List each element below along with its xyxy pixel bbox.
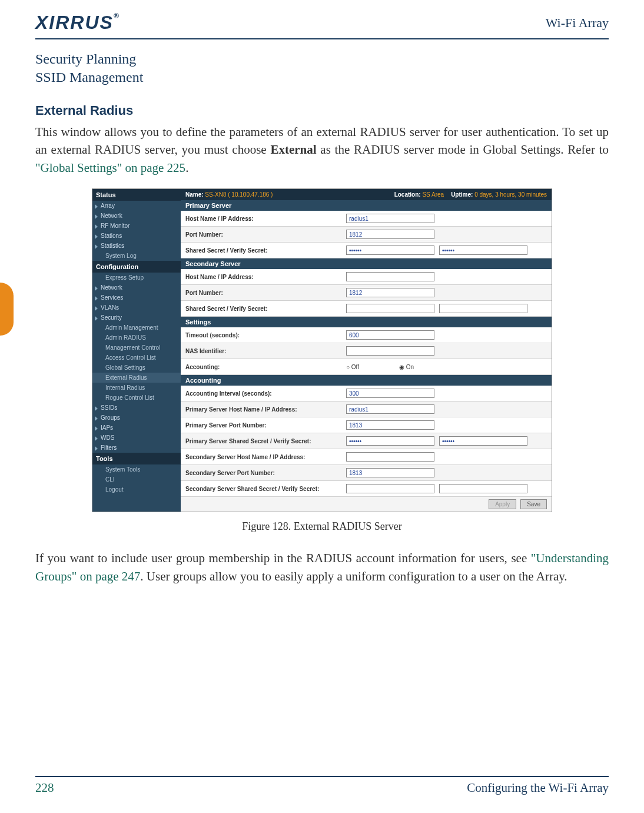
button-bar: Apply Save [181,497,552,512]
input-acct-sec-secret[interactable] [346,484,434,493]
label-acct-sec-secret: Secondary Server Shared Secret / Verify … [185,486,341,492]
screenshot-external-radius: Status Array Network RF Monitor Stations… [92,188,552,512]
input-primary-port[interactable] [346,230,434,239]
nav-item-mgmt-control[interactable]: Management Control [92,343,181,353]
nav-item-statistics[interactable]: Statistics [92,241,181,251]
nav-item-cli[interactable]: CLI [92,474,181,485]
label-acct-sec-port: Secondary Server Port Number: [185,470,341,476]
section-settings: Settings [181,317,552,327]
label-sec-hostip: Host Name / IP Address: [185,274,341,280]
nav-item-security[interactable]: Security [92,313,181,323]
input-secondary-host[interactable] [346,272,434,281]
label-acct-sec-host: Secondary Server Host Name / IP Address: [185,454,341,460]
product-name: Wi-Fi Array [546,15,609,31]
input-secondary-verify[interactable] [439,304,527,313]
label-hostip: Host Name / IP Address: [185,215,341,222]
nav-tools-head: Tools [92,453,181,464]
logo: XIRRUS® [35,12,120,34]
input-secondary-secret[interactable] [346,304,434,313]
page-header: XIRRUS® Wi-Fi Array [35,12,609,39]
radio-accounting-off[interactable]: ○ Off [346,364,359,370]
global-settings-link[interactable]: "Global Settings" on page 225 [35,161,185,175]
nav-status-head: Status [92,189,181,201]
nav-item-network-status[interactable]: Network [92,211,181,221]
input-acct-pri-verify[interactable] [439,436,527,446]
label-sec-port: Port Number: [185,290,341,296]
nav-item-external-radius[interactable]: External Radius [92,373,181,383]
label-accounting: Accounting: [185,364,341,370]
nav-item-ssids[interactable]: SSIDs [92,403,181,413]
input-acct-interval[interactable] [346,389,434,398]
label-acct-interval: Accounting Interval (seconds): [185,390,341,397]
main-panel: Name: SS-XN8 ( 10.100.47.186 ) Location:… [181,189,552,512]
nav-item-network-config[interactable]: Network [92,283,181,293]
label-acct-pri-secret: Primary Server Shared Secret / Verify Se… [185,438,341,444]
logo-text: XIRRUS [35,12,114,33]
section-accounting: Accounting [181,375,552,386]
input-acct-pri-port[interactable] [346,420,434,430]
nav-item-iaps[interactable]: IAPs [92,423,181,433]
page-footer: 228 Configuring the Wi-Fi Array [35,776,609,795]
input-nas[interactable] [346,346,434,356]
section-primary: Primary Server [181,200,552,211]
input-acct-pri-secret[interactable] [346,436,434,446]
input-timeout[interactable] [346,330,434,340]
side-tab [0,283,14,336]
label-port: Port Number: [185,231,341,238]
nav-item-logout[interactable]: Logout [92,485,181,495]
nav-item-stations[interactable]: Stations [92,231,181,241]
footer-section: Configuring the Wi-Fi Array [467,781,609,795]
label-timeout: Timeout (seconds): [185,332,341,339]
input-primary-secret[interactable] [346,245,434,255]
nav-item-express-setup[interactable]: Express Setup [92,273,181,283]
label-secret: Shared Secret / Verify Secret: [185,247,341,254]
input-acct-pri-host[interactable] [346,404,434,414]
figure-caption: Figure 128. External RADIUS Server [35,520,609,533]
label-acct-pri-host: Primary Server Host Name / IP Address: [185,406,341,413]
nav-sidebar: Status Array Network RF Monitor Stations… [92,189,181,512]
nav-item-internal-radius[interactable]: Internal Radius [92,383,181,393]
input-acct-sec-host[interactable] [346,452,434,462]
breadcrumb-line2[interactable]: SSID Management [35,69,609,85]
section-secondary: Secondary Server [181,258,552,269]
page-number: 228 [35,781,54,795]
input-secondary-port[interactable] [346,288,434,297]
nav-item-vlans[interactable]: VLANs [92,303,181,313]
label-acct-pri-port: Primary Server Port Number: [185,422,341,429]
nav-item-array[interactable]: Array [92,201,181,211]
input-primary-verify[interactable] [439,245,527,255]
nav-item-admin-radius[interactable]: Admin RADIUS [92,333,181,343]
nav-item-services[interactable]: Services [92,293,181,303]
nav-item-system-log[interactable]: System Log [92,251,181,261]
breadcrumb-line1[interactable]: Security Planning [35,51,609,67]
registered-mark: ® [114,12,120,20]
nav-item-system-tools[interactable]: System Tools [92,464,181,474]
nav-item-wds[interactable]: WDS [92,433,181,443]
save-button[interactable]: Save [520,499,547,509]
radio-accounting-on[interactable]: ◉ On [399,364,414,370]
nav-item-rogue-control[interactable]: Rogue Control List [92,393,181,403]
nav-item-admin-mgmt[interactable]: Admin Management [92,323,181,333]
nav-item-groups[interactable]: Groups [92,413,181,423]
nav-config-head: Configuration [92,261,181,273]
nav-item-filters[interactable]: Filters [92,443,181,453]
nav-item-global-settings[interactable]: Global Settings [92,363,181,373]
followup-paragraph: If you want to include user group member… [35,549,609,585]
input-acct-sec-port[interactable] [346,468,434,477]
label-sec-secret: Shared Secret / Verify Secret: [185,306,341,312]
nav-item-acl[interactable]: Access Control List [92,353,181,363]
top-info-bar: Name: SS-XN8 ( 10.100.47.186 ) Location:… [181,189,552,200]
input-primary-host[interactable] [346,214,434,223]
input-acct-sec-verify[interactable] [439,484,527,493]
nav-item-rf-monitor[interactable]: RF Monitor [92,221,181,231]
apply-button[interactable]: Apply [489,499,516,509]
intro-paragraph: This window allows you to define the par… [35,123,609,177]
label-nas: NAS Identifier: [185,348,341,354]
section-heading: External Radius [35,103,609,118]
